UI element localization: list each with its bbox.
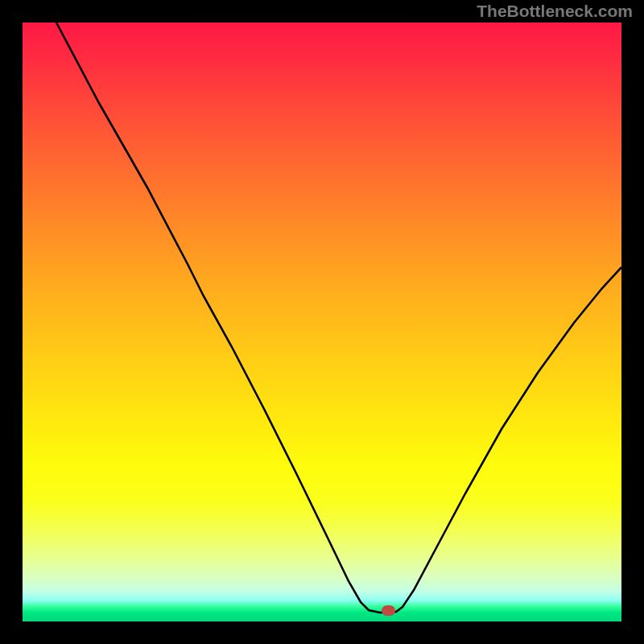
plot-area [23, 23, 621, 621]
optimal-marker [382, 605, 395, 616]
curve-svg [23, 23, 621, 621]
chart-container: TheBottleneck.com [0, 0, 644, 644]
watermark-label: TheBottleneck.com [477, 2, 633, 21]
bottleneck-curve [56, 23, 621, 613]
